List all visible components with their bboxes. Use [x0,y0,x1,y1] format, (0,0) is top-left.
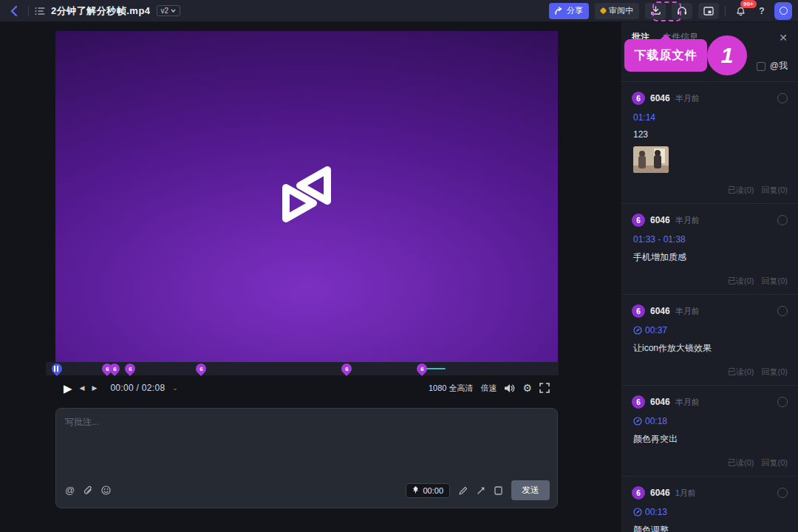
comment-header: 6 6046 半月前 [632,214,788,227]
resolve-circle-button[interactable] [777,397,788,407]
comment-text: 123 [633,129,788,140]
comment-time-link[interactable]: 00:18 [633,416,788,426]
smiley-icon [101,485,111,495]
comment-marker[interactable]: 6 [339,361,354,376]
comment-list: 6 6046 半月前 01:14 123 已读(0) 回复(0) [621,81,798,532]
comment-text: 手机增加质感 [633,251,788,264]
arrow-icon [477,486,485,495]
resolve-circle-button[interactable] [777,215,788,225]
quality-selector[interactable]: 1080 全高清 [429,383,474,394]
back-button[interactable] [6,3,22,19]
composer-toolbar: @ 00:00 [56,474,557,508]
playhead-marker[interactable] [50,361,64,376]
pin-time-value: 00:00 [423,486,443,495]
divider [725,6,726,16]
time-dropdown-chevron-icon[interactable]: ⌄ [172,384,178,392]
avatar: 6 [632,214,645,227]
comment-marker[interactable]: 6 [194,361,208,376]
pin-time-chip[interactable]: 00:00 [406,483,450,498]
comment-username: 6046 [650,306,670,316]
comment-time-link[interactable]: 00:37 [633,325,788,335]
read-count[interactable]: 已读(0) [728,276,754,287]
reply-count[interactable]: 回复(0) [762,457,788,468]
speed-selector[interactable]: 倍速 [480,383,497,394]
timeline[interactable]: 666666 [46,362,559,375]
read-count[interactable]: 已读(0) [728,457,754,468]
comment-time-link[interactable]: 00:13 [633,507,788,517]
comment-time-link[interactable]: 01:14 [633,112,788,123]
comment-text: 让icon作放大镜效果 [633,342,788,355]
marker-avatar-initial: 6 [420,366,423,372]
share-button[interactable]: 分享 [549,3,589,19]
headset-button[interactable] [672,3,692,19]
step-number: 1 [721,43,734,68]
video-canvas[interactable] [55,31,558,362]
review-status-label: 审阅中 [609,5,633,16]
send-button[interactable]: 发送 [511,480,550,500]
reply-count[interactable]: 回复(0) [762,185,788,196]
notifications-button[interactable]: 99+ [732,3,749,19]
rect-tool-button[interactable] [494,486,502,495]
resolve-circle-button[interactable] [777,488,788,498]
comment-time-value: 00:37 [645,325,667,335]
reply-count[interactable]: 回复(0) [762,366,788,378]
comment-card[interactable]: 6 6046 1月前 00:13 颜色调整 已读(0) 回复(0) [621,476,798,532]
comment-header: 6 6046 半月前 [632,92,788,105]
download-tooltip: 下载原文件 [624,39,707,72]
fullscreen-button[interactable] [539,383,550,393]
comment-username: 6046 [650,93,670,103]
comment-marker[interactable]: 6 [123,361,137,376]
comment-age: 半月前 [675,215,700,226]
comment-card[interactable]: 6 6046 半月前 00:18 颜色再突出 已读(0) 回复(0) [621,385,798,476]
comment-card[interactable]: 6 6046 半月前 01:14 123 已读(0) 回复(0) [621,81,798,203]
help-button[interactable]: ? [755,6,768,16]
attachment-photo [633,146,669,173]
avatar: 6 [632,92,645,105]
comment-attachment-thumbnail[interactable] [633,146,669,173]
comment-card[interactable]: 6 6046 半月前 00:37 让icon作放大镜效果 已读(0) 回复(0) [621,294,798,385]
draw-annotation-icon [633,326,642,335]
screen-share-button[interactable] [698,3,719,19]
volume-button[interactable] [504,383,515,393]
draw-tool-button[interactable] [459,486,468,495]
comment-age: 半月前 [675,397,700,408]
read-count[interactable]: 已读(0) [728,366,754,378]
reply-count[interactable]: 回复(0) [762,276,788,287]
comment-username: 6046 [650,215,670,225]
mention-button[interactable]: @ [65,485,75,496]
resolve-circle-button[interactable] [777,306,788,316]
screen-share-icon [703,7,714,16]
prev-frame-button[interactable]: ◀ [80,385,85,392]
share-label: 分享 [567,5,583,16]
comment-footer: 已读(0) 回复(0) [632,276,788,287]
attach-button[interactable] [83,485,92,495]
download-button[interactable] [645,3,666,19]
arrow-tool-button[interactable] [477,486,485,495]
headset-icon [677,6,687,16]
mention-filter-checkbox[interactable] [757,62,765,71]
draw-annotation-icon [633,508,642,516]
play-button[interactable]: ▶ [64,383,72,394]
comment-footer: 已读(0) 回复(0) [632,457,788,468]
comment-time-link[interactable]: 01:33 - 01:38 [633,234,788,245]
avatar: 6 [632,304,645,318]
comment-card[interactable]: 6 6046 半月前 01:33 - 01:38 手机增加质感 已读(0) 回复… [621,203,798,294]
emoji-button[interactable] [101,485,111,495]
notification-badge: 99+ [740,0,757,8]
read-count[interactable]: 已读(0) [728,185,754,196]
next-frame-button[interactable]: ▶ [92,385,97,392]
brand-logo-icon [280,166,333,223]
resolve-circle-button[interactable] [777,93,788,103]
settings-gear-button[interactable]: ⚙ [522,383,532,393]
comment-range-line [426,368,446,369]
close-icon[interactable]: ✕ [779,33,788,43]
account-button[interactable] [774,2,792,20]
comment-footer: 已读(0) 回复(0) [632,366,788,378]
review-status-button[interactable]: 审阅中 [595,3,639,19]
version-dropdown[interactable]: v2 [157,5,181,16]
comment-input[interactable] [56,409,557,474]
avatar: 6 [632,486,645,499]
topbar: 2分钟了解分秒帧.mp4 v2 分享 审阅中 [0,0,798,22]
comment-username: 6046 [650,488,670,498]
download-tooltip-label: 下载原文件 [635,48,698,64]
